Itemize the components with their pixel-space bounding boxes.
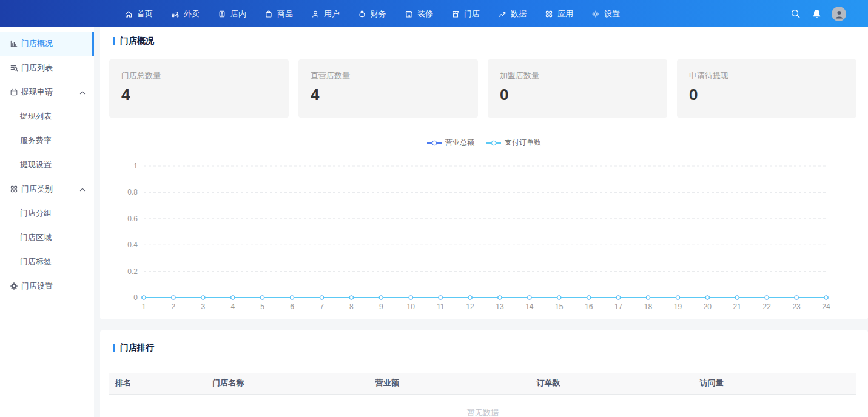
stat-card-2: 加盟店数量0 — [488, 59, 667, 118]
nav-item-home[interactable]: 首页 — [124, 0, 153, 27]
instore-icon — [218, 10, 226, 18]
sidebar-subitem-store-tag[interactable]: 门店标签 — [0, 250, 94, 274]
apps-icon — [545, 10, 553, 18]
legend-marker-icon — [427, 140, 442, 146]
ranking-column-header-1: 门店名称 — [206, 373, 369, 394]
svg-text:9: 9 — [379, 302, 383, 311]
sidebar-subitem-withdraw-list[interactable]: 提现列表 — [0, 104, 94, 128]
svg-text:1: 1 — [133, 162, 138, 170]
decorate-icon — [405, 10, 413, 18]
header-right — [789, 7, 846, 21]
svg-text:21: 21 — [733, 302, 742, 311]
svg-text:6: 6 — [290, 302, 294, 311]
search-icon[interactable] — [789, 8, 801, 20]
sidebar-subitem-store-region[interactable]: 门店区域 — [0, 225, 94, 250]
sidebar: 门店概况门店列表提现申请提现列表服务费率提现设置门店类别门店分组门店区域门店标签… — [0, 27, 94, 417]
sidebar-subitem-label: 门店分组 — [20, 208, 52, 219]
store-icon — [451, 10, 460, 18]
stat-cards: 门店总数量4直营店数量4加盟店数量0申请待提现0 — [109, 59, 856, 118]
sidebar-item-store-settings[interactable]: 门店设置 — [0, 274, 94, 298]
data-icon — [498, 10, 506, 18]
withdraw-icon — [10, 88, 18, 96]
sidebar-item-store-list[interactable]: 门店列表 — [0, 56, 94, 80]
nav-item-decorate[interactable]: 装修 — [405, 0, 433, 27]
sidebar-subitem-label: 门店区域 — [20, 232, 52, 243]
sidebar-item-withdraw-apply[interactable]: 提现申请 — [0, 80, 94, 104]
user-icon — [311, 10, 320, 18]
overview-title-text: 门店概况 — [120, 36, 154, 47]
svg-text:0.8: 0.8 — [127, 188, 138, 196]
nav-item-goods[interactable]: 商品 — [264, 0, 293, 27]
nav-item-settings[interactable]: 设置 — [591, 0, 620, 27]
nav-item-label: 商品 — [277, 8, 293, 19]
bell-icon[interactable] — [810, 8, 823, 20]
stat-card-value: 4 — [121, 87, 277, 102]
sidebar-subitem-withdraw-settings[interactable]: 提现设置 — [0, 153, 94, 177]
overview-title: 门店概况 — [100, 27, 868, 47]
sidebar-item-label: 门店概况 — [21, 38, 53, 49]
sidebar-item-store-category[interactable]: 门店类别 — [0, 177, 94, 201]
legend-item-支付订单数[interactable]: 支付订单数 — [486, 138, 541, 148]
title-accent-bar — [113, 37, 115, 45]
stat-card-value: 4 — [311, 87, 466, 102]
svg-text:0.4: 0.4 — [127, 241, 138, 249]
top-nav: 首页外卖店内商品用户财务装修门店数据应用设置 — [124, 0, 620, 27]
ranking-table: 排名门店名称营业额订单数访问量 暂无数据 — [109, 373, 856, 417]
nav-item-label: 装修 — [417, 8, 433, 19]
ranking-title: 门店排行 — [100, 330, 868, 353]
svg-text:24: 24 — [822, 302, 830, 311]
sidebar-subitem-store-group[interactable]: 门店分组 — [0, 201, 94, 225]
settings-icon — [591, 10, 600, 18]
svg-text:22: 22 — [762, 302, 771, 311]
stat-card-label: 直营店数量 — [311, 70, 466, 81]
svg-text:15: 15 — [555, 302, 564, 311]
svg-text:7: 7 — [320, 302, 324, 311]
nav-item-takeout[interactable]: 外卖 — [171, 0, 200, 27]
ranking-table-header-row: 排名门店名称营业额订单数访问量 — [109, 373, 856, 394]
empty-state-text: 暂无数据 — [109, 394, 856, 417]
header-bar: 首页外卖店内商品用户财务装修门店数据应用设置 — [0, 0, 868, 27]
svg-text:3: 3 — [201, 302, 205, 311]
nav-item-label: 门店 — [464, 8, 480, 19]
bell-icon — [812, 8, 822, 19]
stat-card-1: 直营店数量4 — [298, 59, 478, 118]
stat-card-value: 0 — [689, 87, 844, 102]
grid-icon — [10, 185, 18, 193]
nav-item-finance[interactable]: 财务 — [358, 0, 386, 27]
legend-marker-icon — [486, 140, 501, 146]
line-chart-canvas: 00.20.40.60.8112345678910111213141516171… — [100, 154, 868, 315]
ranking-column-header-3: 订单数 — [531, 373, 694, 394]
nav-item-label: 用户 — [324, 8, 340, 19]
nav-item-user[interactable]: 用户 — [311, 0, 340, 27]
avatar[interactable] — [832, 7, 846, 21]
stat-card-value: 0 — [500, 87, 655, 102]
nav-item-data[interactable]: 数据 — [498, 0, 527, 27]
ranking-table-empty-row: 暂无数据 — [109, 394, 856, 417]
svg-text:11: 11 — [437, 302, 445, 311]
svg-text:10: 10 — [407, 302, 415, 311]
nav-item-label: 首页 — [137, 8, 153, 19]
nav-item-label: 应用 — [557, 8, 573, 19]
ranking-panel: 门店排行 排名门店名称营业额订单数访问量 暂无数据 — [100, 330, 868, 417]
sidebar-subitem-label: 门店标签 — [20, 256, 52, 267]
svg-text:5: 5 — [260, 302, 264, 311]
nav-item-store[interactable]: 门店 — [451, 0, 480, 27]
nav-item-apps[interactable]: 应用 — [545, 0, 573, 27]
svg-text:0.2: 0.2 — [127, 267, 138, 276]
ranking-column-header-4: 访问量 — [693, 373, 856, 394]
svg-text:16: 16 — [585, 302, 593, 311]
svg-text:2: 2 — [172, 302, 176, 311]
legend-label: 营业总额 — [445, 138, 474, 148]
finance-icon — [358, 10, 366, 18]
sidebar-item-label: 门店类别 — [21, 184, 53, 195]
sidebar-subitem-service-rate[interactable]: 服务费率 — [0, 128, 94, 153]
legend-item-营业总额[interactable]: 营业总额 — [427, 138, 474, 148]
sidebar-item-label: 提现申请 — [21, 87, 53, 98]
nav-item-instore[interactable]: 店内 — [218, 0, 246, 27]
svg-text:0.6: 0.6 — [127, 215, 138, 223]
gear-icon — [10, 282, 18, 290]
sidebar-item-store-overview[interactable]: 门店概况 — [0, 32, 94, 56]
list-search-icon — [10, 64, 18, 72]
svg-text:8: 8 — [349, 302, 354, 311]
ranking-title-text: 门店排行 — [120, 342, 154, 353]
